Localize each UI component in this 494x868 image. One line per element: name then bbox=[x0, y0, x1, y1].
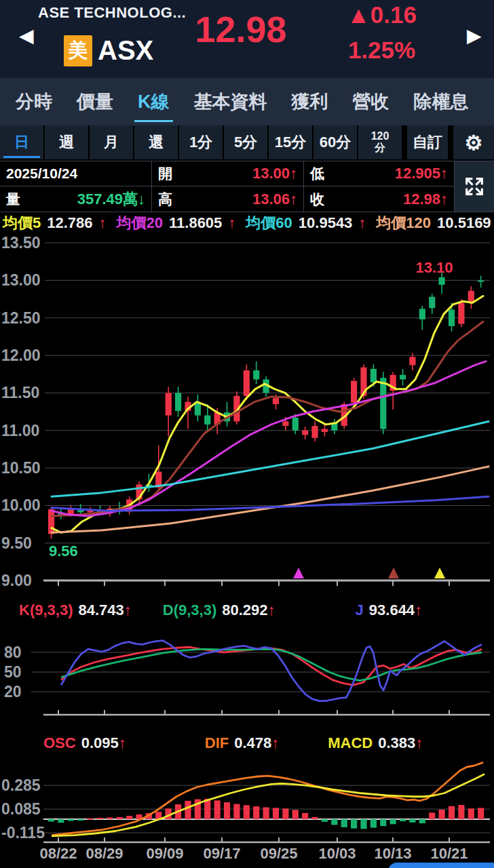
tab-revenue[interactable]: 營收 bbox=[349, 78, 393, 125]
svg-text:09/17: 09/17 bbox=[203, 845, 240, 862]
dif-label: DIF bbox=[205, 734, 229, 752]
ma60-value: 10.9543 bbox=[299, 214, 353, 232]
volume-label: 量 bbox=[6, 190, 20, 209]
kd-legend: K(9,3,3) 84.743↑ D(9,3,3) 80.292↑ J 93.6… bbox=[0, 599, 494, 621]
open-label: 開 bbox=[158, 164, 172, 183]
high-cell: 高 13.06↑ bbox=[152, 186, 304, 212]
ma60-arrow: ↑ bbox=[358, 214, 366, 232]
period-week[interactable]: 週 bbox=[45, 125, 88, 159]
svg-text:10.50: 10.50 bbox=[1, 459, 41, 477]
close-value: 12.98↑ bbox=[403, 191, 448, 208]
macd-label: MACD bbox=[328, 734, 373, 752]
period-120-label: 120 bbox=[371, 131, 390, 142]
open-cell: 開 13.00↑ bbox=[152, 161, 304, 186]
ticker-symbol: ASX bbox=[98, 35, 153, 66]
svg-text:13.50: 13.50 bbox=[1, 234, 41, 252]
ma5-label: 均價5 bbox=[3, 213, 41, 233]
svg-text:10/03: 10/03 bbox=[318, 845, 356, 862]
tab-kline[interactable]: K線 bbox=[134, 78, 173, 125]
ma20-arrow: ↑ bbox=[228, 214, 235, 232]
svg-text:11.50: 11.50 bbox=[1, 384, 39, 401]
period-5min[interactable]: 5分 bbox=[224, 125, 267, 159]
next-stock-arrow-icon[interactable]: ▶ bbox=[467, 24, 482, 47]
prev-stock-arrow-icon[interactable]: ◀ bbox=[19, 24, 34, 47]
j-value: 93.644↑ bbox=[369, 601, 422, 619]
period-60min[interactable]: 60分 bbox=[314, 125, 357, 159]
quote-date-cell: 2025/10/24 bbox=[0, 161, 152, 186]
last-price: 12.98 bbox=[173, 8, 309, 50]
osc-value: 0.095↑ bbox=[81, 734, 126, 752]
tab-price-volume[interactable]: 價量 bbox=[73, 78, 117, 125]
svg-text:13.10: 13.10 bbox=[415, 259, 453, 276]
tab-earnings[interactable]: 獲利 bbox=[288, 78, 332, 125]
quote-date: 2025/10/24 bbox=[6, 165, 77, 182]
k-label: K(9,3,3) bbox=[19, 601, 73, 619]
svg-text:12.00: 12.00 bbox=[1, 347, 41, 364]
svg-text:09/09: 09/09 bbox=[146, 845, 183, 862]
volume-value: 357.49萬↓ bbox=[77, 189, 145, 210]
close-cell: 收 12.98↑ bbox=[304, 186, 455, 212]
svg-text:20: 20 bbox=[4, 683, 22, 701]
macd-legend: OSC 0.095↑ DIF 0.478↑ MACD 0.383↑ bbox=[0, 732, 494, 754]
svg-text:10/13: 10/13 bbox=[374, 845, 411, 862]
price-change: ▲0.16 bbox=[329, 1, 434, 28]
settings-button[interactable]: ⚙ bbox=[453, 125, 494, 159]
svg-text:12.50: 12.50 bbox=[1, 309, 41, 327]
low-label: 低 bbox=[310, 164, 324, 183]
period-restore[interactable]: 還 bbox=[134, 125, 178, 159]
low-cell: 低 12.905↑ bbox=[304, 161, 455, 186]
open-value: 13.00↑ bbox=[252, 165, 297, 182]
period-day[interactable]: 日 bbox=[0, 125, 43, 159]
ma120-value: 10.5169 bbox=[437, 214, 491, 232]
ma5-value: 12.786 bbox=[47, 214, 92, 232]
ma-legend: 均價5 12.786↑ 均價20 11.8605↑ 均價60 10.9543↑ … bbox=[0, 212, 494, 234]
period-120-sub: 分 bbox=[375, 142, 385, 154]
period-bar: 日 週 月 還 1分 5分 15分 60分 120 分 自訂 ⚙ bbox=[0, 125, 494, 159]
period-120min[interactable]: 120 分 bbox=[358, 125, 402, 159]
market-badge: 美 bbox=[64, 35, 92, 66]
osc-label: OSC bbox=[43, 734, 76, 752]
svg-text:13.00: 13.00 bbox=[1, 271, 41, 289]
ma20-label: 均價20 bbox=[117, 213, 163, 233]
period-15min[interactable]: 15分 bbox=[269, 125, 312, 159]
charts-canvas[interactable]: 13.5013.0012.5012.0011.5011.0010.5010.00… bbox=[0, 234, 494, 868]
volume-cell: 量 357.49萬↓ bbox=[0, 186, 152, 212]
ma5-arrow: ↑ bbox=[99, 214, 107, 232]
main-tab-bar: 分時 價量 K線 基本資料 獲利 營收 除權息 bbox=[0, 78, 494, 125]
svg-text:11.00: 11.00 bbox=[1, 422, 39, 439]
low-value: 12.905↑ bbox=[395, 165, 448, 182]
price-change-percent: 1.25% bbox=[329, 37, 434, 64]
macd-value: 0.383↑ bbox=[378, 734, 423, 752]
gear-icon: ⚙ bbox=[465, 131, 483, 155]
svg-text:10/21: 10/21 bbox=[430, 845, 468, 862]
ma120-label: 均價120 bbox=[376, 213, 431, 233]
period-custom[interactable]: 自訂 bbox=[407, 125, 448, 159]
expand-chart-button[interactable] bbox=[455, 161, 494, 212]
svg-text:10.00: 10.00 bbox=[1, 496, 41, 514]
quote-header: ◀ ASE TECHNOLOG... 美 ASX 12.98 ▲0.16 1.2… bbox=[0, 0, 494, 78]
tab-ex-dividend[interactable]: 除權息 bbox=[411, 78, 472, 125]
ma20-value: 11.8605 bbox=[169, 214, 222, 232]
svg-text:0.085: 0.085 bbox=[1, 800, 41, 818]
d-value: 80.292↑ bbox=[222, 601, 275, 619]
tab-intraday[interactable]: 分時 bbox=[12, 78, 56, 125]
tab-fundamentals[interactable]: 基本資料 bbox=[191, 78, 271, 125]
svg-text:80: 80 bbox=[4, 644, 22, 661]
dif-value: 0.478↑ bbox=[234, 734, 279, 752]
svg-text:9.56: 9.56 bbox=[49, 542, 78, 559]
svg-text:0.285: 0.285 bbox=[1, 776, 41, 794]
period-month[interactable]: 月 bbox=[90, 125, 133, 159]
ma60-label: 均價60 bbox=[246, 213, 292, 233]
expand-icon bbox=[463, 175, 486, 198]
svg-text:-0.115: -0.115 bbox=[1, 824, 45, 842]
period-1min[interactable]: 1分 bbox=[179, 125, 223, 159]
svg-text:08/22: 08/22 bbox=[39, 845, 77, 862]
bottom-action-button[interactable] bbox=[388, 863, 494, 868]
d-label: D(9,3,3) bbox=[163, 601, 216, 619]
high-label: 高 bbox=[158, 190, 172, 209]
svg-text:9.00: 9.00 bbox=[1, 572, 32, 589]
high-value: 13.06↑ bbox=[252, 191, 297, 208]
k-value: 84.743↑ bbox=[78, 601, 131, 619]
svg-text:09/25: 09/25 bbox=[260, 845, 297, 862]
quote-grid: 2025/10/24 開 13.00↑ 低 12.905↑ 量 357.49萬↓… bbox=[0, 161, 494, 212]
